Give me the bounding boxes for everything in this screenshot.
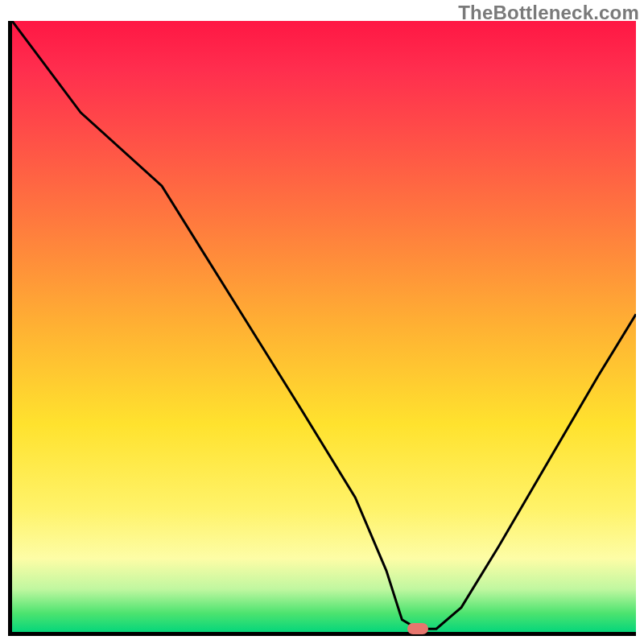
curve-path — [12, 21, 636, 629]
optimum-marker — [407, 623, 428, 634]
plot-area — [8, 21, 636, 636]
bottleneck-curve — [12, 21, 636, 632]
chart-container: TheBottleneck.com — [0, 0, 644, 644]
